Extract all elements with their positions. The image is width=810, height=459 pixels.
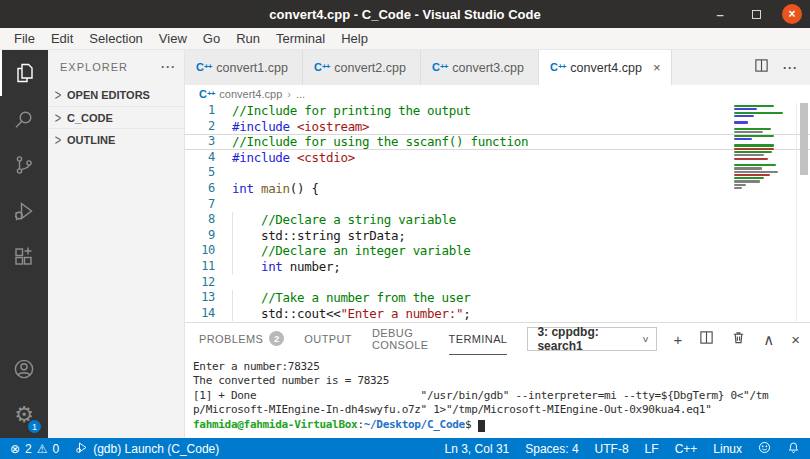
terminal-text: [1] + Done "/usr/bin/gdb" --interpreter=… xyxy=(193,389,768,402)
sidebar-section-label: OPEN EDITORS xyxy=(67,89,150,101)
code-token: number; xyxy=(283,259,341,274)
cpp-file-icon: C++ xyxy=(196,62,211,73)
panel-tab-label: TERMINAL xyxy=(449,333,508,345)
panel-header: PROBLEMS2OUTPUTDEBUG CONSOLETERMINAL 3: … xyxy=(185,323,810,355)
sidebar-section-c-code[interactable]: >C_CODE xyxy=(48,106,184,128)
minimap-line xyxy=(734,105,774,107)
code-token: std::string strData; xyxy=(232,228,405,243)
debug-launch-status[interactable]: (gdb) Launch (C_Code) xyxy=(75,441,219,457)
code-line-9: 9 std::string strData; xyxy=(185,228,810,244)
panel-tab-debug-console[interactable]: DEBUG CONSOLE xyxy=(372,323,429,355)
tab-convert2-cpp[interactable]: C++convert2.cpp xyxy=(303,50,421,85)
menu-item-selection[interactable]: Selection xyxy=(81,28,150,49)
code-editor[interactable]: 1//Include for printing the output2#incl… xyxy=(185,103,810,322)
code-token: int xyxy=(232,181,254,196)
new-terminal-icon[interactable]: + xyxy=(673,332,682,347)
code-line-14: 14 std::cout<<"Enter a number:"; xyxy=(185,306,810,322)
menu-item-help[interactable]: Help xyxy=(333,28,376,49)
breadcrumb-file[interactable]: convert4.cpp xyxy=(219,88,282,100)
split-terminal-icon[interactable] xyxy=(699,330,714,349)
line-number: 14 xyxy=(185,306,215,322)
menu-item-run[interactable]: Run xyxy=(228,28,268,49)
source-control-icon[interactable] xyxy=(0,142,48,188)
minimap-line xyxy=(734,167,762,169)
maximize-panel-icon[interactable]: ∧ xyxy=(763,332,774,347)
menu-item-view[interactable]: View xyxy=(151,28,195,49)
code-text: #include <cstdio> xyxy=(232,150,355,166)
titlebar[interactable]: convert4.cpp - C_Code - Visual Studio Co… xyxy=(0,0,810,28)
settings-gear-icon[interactable]: ⚙ 1 xyxy=(0,392,48,438)
status-c[interactable]: C++ xyxy=(675,442,698,456)
kill-terminal-icon[interactable] xyxy=(731,330,746,349)
tab-convert1-cpp[interactable]: C++convert1.cpp xyxy=(185,50,303,85)
code-text: std::string strData; xyxy=(232,228,405,244)
sidebar-section-open-editors[interactable]: >OPEN EDITORS xyxy=(48,84,184,106)
editor-area: C++convert1.cppC++convert2.cppC++convert… xyxy=(185,50,810,438)
more-actions-icon[interactable]: ··· xyxy=(783,61,798,75)
close-icon[interactable]: × xyxy=(653,60,661,75)
menu-item-go[interactable]: Go xyxy=(195,28,228,49)
maximize-button[interactable] xyxy=(746,7,766,22)
terminal-picker-dropdown[interactable]: 3: cppdbg: search1 ∨ xyxy=(527,327,657,351)
sidebar-section-label: OUTLINE xyxy=(67,134,115,146)
explorer-icon[interactable] xyxy=(0,50,48,96)
panel-tab-problems[interactable]: PROBLEMS2 xyxy=(199,323,284,355)
minimap[interactable] xyxy=(734,105,790,190)
extensions-icon[interactable] xyxy=(0,234,48,280)
menu-item-file[interactable]: File xyxy=(6,28,43,49)
line-number: 8 xyxy=(185,212,215,228)
scrollbar-thumb[interactable] xyxy=(800,103,808,175)
menu-item-edit[interactable]: Edit xyxy=(43,28,81,49)
panel-tab-label: PROBLEMS xyxy=(199,333,263,345)
terminal-line: The converted number is = 78325 xyxy=(193,374,810,388)
problems-status[interactable]: ⊗ 2 ⚠ 0 xyxy=(10,442,59,456)
panel-tab-label: DEBUG CONSOLE xyxy=(372,327,429,351)
status-linux[interactable]: Linux xyxy=(713,442,742,456)
minimap-line xyxy=(734,158,768,160)
close-button[interactable]: × xyxy=(782,4,802,24)
minimize-button[interactable]: – xyxy=(710,7,730,22)
search-icon[interactable] xyxy=(0,96,48,142)
sidebar-explorer: EXPLORER ··· >OPEN EDITORS>C_CODE>OUTLIN… xyxy=(48,50,185,438)
status-ln-3-col-31[interactable]: Ln 3, Col 31 xyxy=(445,442,510,456)
window-title: convert4.cpp - C_Code - Visual Studio Co… xyxy=(269,7,540,22)
panel-tab-terminal[interactable]: TERMINAL xyxy=(449,323,508,355)
status-utf-8[interactable]: UTF-8 xyxy=(595,442,629,456)
sidebar-section-outline[interactable]: >OUTLINE xyxy=(48,128,184,150)
panel-tabs: PROBLEMS2OUTPUTDEBUG CONSOLETERMINAL xyxy=(199,323,527,355)
code-token: <cstdio> xyxy=(297,150,355,165)
minimap-line xyxy=(734,154,764,156)
more-actions-icon[interactable]: ··· xyxy=(161,60,176,74)
tab-bar-actions: ··· xyxy=(754,50,810,85)
feedback-icon[interactable] xyxy=(758,441,771,457)
terminal[interactable]: Enter a number:78325The converted number… xyxy=(185,355,810,438)
debug-icon xyxy=(75,441,88,457)
minimap-line xyxy=(734,144,774,146)
breadcrumb[interactable]: C++ convert4.cpp › ... xyxy=(185,85,810,103)
code-text: //Declare an integer variable xyxy=(232,243,470,259)
split-editor-icon[interactable] xyxy=(754,58,769,77)
code-token xyxy=(232,243,261,258)
status-spaces-4[interactable]: Spaces: 4 xyxy=(525,442,578,456)
panel-tab-output[interactable]: OUTPUT xyxy=(304,323,352,355)
breadcrumb-more[interactable]: ... xyxy=(296,88,305,100)
code-line-4: 4#include <cstdio> xyxy=(185,150,810,166)
minimap-line xyxy=(734,180,760,182)
line-number: 5 xyxy=(185,165,215,181)
editor-scrollbar[interactable] xyxy=(796,103,810,322)
tab-label: convert1.cpp xyxy=(216,61,288,75)
code-token: int xyxy=(261,259,283,274)
run-and-debug-icon[interactable] xyxy=(0,188,48,234)
code-token: "Enter a number:" xyxy=(340,306,463,321)
close-panel-icon[interactable]: × xyxy=(791,332,800,347)
code-token xyxy=(232,212,261,227)
status-lf[interactable]: LF xyxy=(645,442,659,456)
tab-convert3-cpp[interactable]: C++convert3.cpp xyxy=(421,50,539,85)
bottom-panel: PROBLEMS2OUTPUTDEBUG CONSOLETERMINAL 3: … xyxy=(185,322,810,438)
notifications-bell-icon[interactable] xyxy=(787,441,800,457)
menu-item-terminal[interactable]: Terminal xyxy=(268,28,333,49)
tab-label: convert2.cpp xyxy=(334,61,406,75)
code-token: //Declare a string variable xyxy=(261,212,456,227)
tab-convert4-cpp[interactable]: C++convert4.cpp× xyxy=(539,50,672,85)
account-icon[interactable] xyxy=(0,346,48,392)
